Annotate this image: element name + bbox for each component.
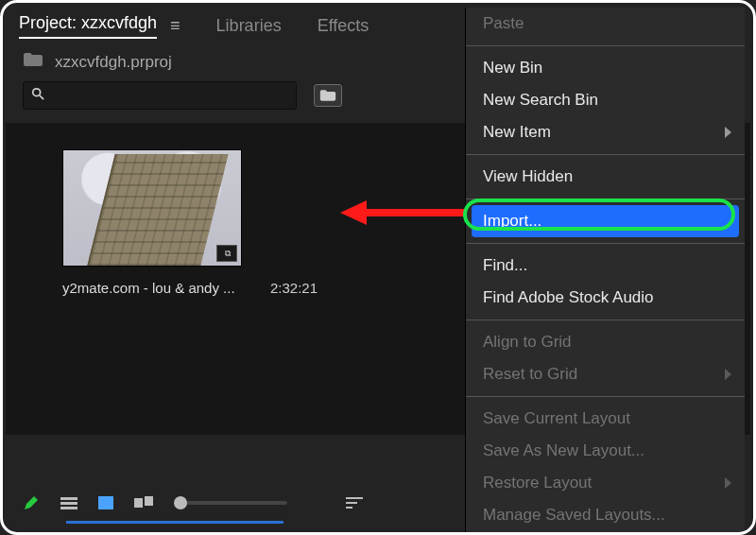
ctx-reset-to-grid: Reset to Grid (466, 358, 745, 390)
pen-tool-icon[interactable] (23, 494, 40, 511)
svg-rect-7 (98, 496, 113, 509)
ctx-save-as-layout: Save As New Layout... (466, 435, 745, 467)
ctx-separator (466, 396, 745, 397)
svg-line-1 (40, 95, 43, 99)
ctx-manage-layouts: Manage Saved Layouts... (466, 499, 745, 531)
ctx-separator (466, 45, 745, 46)
svg-rect-6 (60, 507, 77, 509)
ctx-paste: Paste (466, 8, 745, 40)
tab-effects[interactable]: Effects (318, 16, 369, 36)
ctx-view-hidden[interactable]: View Hidden (466, 161, 745, 193)
svg-rect-4 (60, 497, 77, 500)
project-file-name: xzxcvfdgh.prproj (55, 53, 172, 72)
clip-label-row: y2mate.com - lou & andy ... 2:32:21 (62, 267, 318, 296)
active-panel-indicator (66, 521, 284, 524)
sort-icon[interactable] (346, 496, 363, 509)
panel-menu-icon[interactable]: ≡ (170, 16, 180, 36)
svg-rect-8 (134, 498, 143, 508)
tab-libraries[interactable]: Libraries (216, 16, 282, 36)
ctx-new-bin[interactable]: New Bin (466, 52, 745, 84)
context-menu: Paste New Bin New Search Bin New Item Vi… (465, 8, 745, 535)
ctx-restore-layout: Restore Layout (466, 467, 745, 499)
svg-marker-3 (340, 200, 367, 225)
clip-title: y2mate.com - lou & andy ... (62, 280, 235, 296)
ctx-new-search-bin[interactable]: New Search Bin (466, 84, 745, 116)
svg-rect-10 (346, 497, 363, 499)
ctx-save-layout: Save Current Layout (466, 403, 745, 435)
ctx-separator (466, 319, 745, 320)
ctx-separator (466, 243, 745, 244)
zoom-slider-knob[interactable] (174, 496, 187, 509)
ctx-align-to-grid: Align to Grid (466, 326, 745, 358)
tab-project[interactable]: Project: xzxcvfdgh (19, 13, 157, 39)
clip-duration: 2:32:21 (270, 280, 318, 296)
svg-rect-12 (346, 507, 352, 509)
svg-point-0 (33, 89, 41, 96)
new-bin-button[interactable] (314, 84, 342, 107)
tab-project-prefix: Project: (19, 13, 77, 32)
search-icon (31, 87, 44, 104)
svg-rect-11 (346, 502, 357, 504)
clip-type-badge-icon: ⧉ (216, 245, 237, 262)
annotation-arrow (340, 198, 472, 227)
search-input[interactable] (23, 81, 297, 110)
ctx-import[interactable]: Import... (472, 205, 739, 237)
tab-project-name: xzxcvfdgh (81, 13, 157, 32)
clip-thumbnail[interactable]: ⧉ (62, 149, 242, 267)
ctx-find[interactable]: Find... (466, 250, 745, 282)
svg-rect-5 (60, 502, 77, 505)
ctx-find-stock-audio[interactable]: Find Adobe Stock Audio (466, 282, 745, 314)
zoom-slider[interactable] (174, 501, 287, 505)
svg-rect-9 (145, 496, 153, 506)
ctx-separator (466, 198, 745, 199)
clip-item[interactable]: ⧉ y2mate.com - lou & andy ... 2:32:21 (62, 149, 261, 296)
project-folder-icon (23, 52, 43, 72)
ctx-new-item[interactable]: New Item (466, 116, 745, 148)
app-window: Project: xzxcvfdgh ≡ Libraries Effects x… (0, 0, 756, 535)
freeform-view-icon[interactable] (134, 496, 153, 509)
icon-view-icon[interactable] (98, 496, 113, 509)
list-view-icon[interactable] (60, 496, 77, 509)
ctx-separator (466, 154, 745, 155)
